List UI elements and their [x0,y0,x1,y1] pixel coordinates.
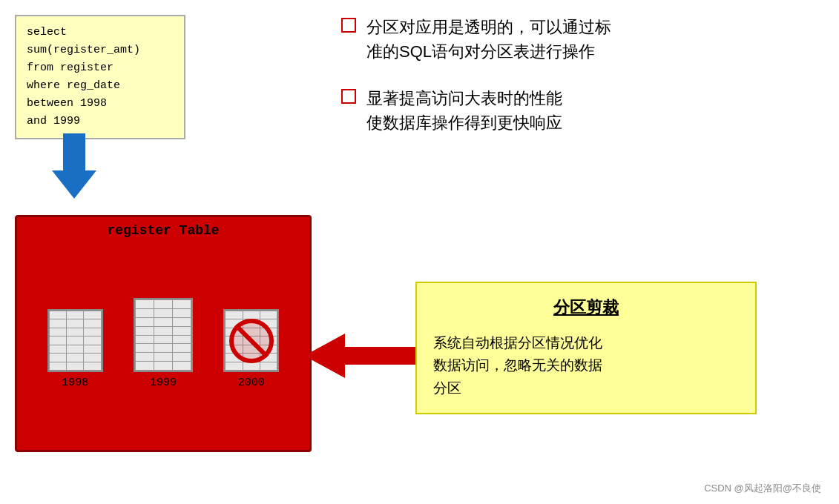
sql-line3: where reg_date [27,77,174,95]
pruning-text: 系统自动根据分区情况优化 数据访问，忽略无关的数据 分区 [433,332,739,399]
sql-line5: and 1999 [27,113,174,130]
grid-icons-row: 1998 1999 [17,241,309,389]
bullet-item-2: 显著提高访问大表时的性能使数据库操作得到更快响应 [341,86,824,135]
grid-label-2000: 2000 [238,377,265,389]
sql-line4: between 1998 [27,95,174,113]
main-container: select sum(register_amt) from register w… [0,0,839,504]
watermark: CSDN @风起洛阳@不良使 [704,482,821,495]
sql-box: select sum(register_amt) from register w… [15,15,185,139]
grid-label-1999: 1999 [150,377,177,389]
checkbox-icon-1 [341,18,356,33]
checkbox-icon-2 [341,89,356,104]
sql-line2: from register [27,59,174,77]
banned-line [234,323,269,358]
register-table-container: register Table 1998 [15,215,312,452]
banned-circle [229,319,274,363]
grid-visual-1998 [47,309,103,372]
pruning-title: 分区剪裁 [433,296,739,319]
grid-icon-2000: 2000 [223,309,279,389]
bullet-text-2: 显著提高访问大表时的性能使数据库操作得到更快响应 [366,86,562,135]
sql-line1: select sum(register_amt) [27,24,174,59]
banned-icon [229,319,274,363]
red-left-arrow [304,334,423,378]
pruning-box: 分区剪裁 系统自动根据分区情况优化 数据访问，忽略无关的数据 分区 [415,282,757,414]
grid-icon-1999: 1999 [134,298,193,389]
bullet-item-1: 分区对应用是透明的，可以通过标准的SQL语句对分区表进行操作 [341,15,824,64]
grid-icon-1998: 1998 [47,309,103,389]
grid-visual-1999 [134,298,193,372]
grid-label-1998: 1998 [62,377,88,389]
grid-visual-2000 [223,309,279,372]
svg-marker-0 [304,334,423,378]
bullet-text-1: 分区对应用是透明的，可以通过标准的SQL语句对分区表进行操作 [366,15,611,64]
right-panel: 分区对应用是透明的，可以通过标准的SQL语句对分区表进行操作 显著提高访问大表时… [341,15,824,157]
register-table-title: register Table [17,217,309,241]
